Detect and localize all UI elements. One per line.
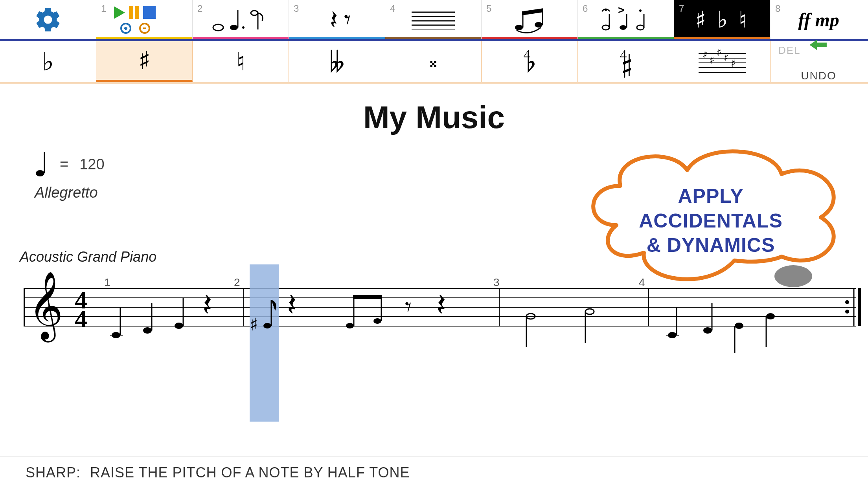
- svg-point-12: [242, 26, 245, 29]
- svg-point-87: [845, 300, 849, 304]
- key-signature-button[interactable]: ♯ ♯ ♯ ♯ ♯: [674, 41, 771, 82]
- undo-button[interactable]: DEL UNDO: [771, 41, 867, 82]
- callout-line3: & DYNAMICS: [569, 233, 852, 258]
- svg-point-85: [766, 313, 775, 319]
- accidentals-icon: ♯ ♭ ♮: [695, 8, 749, 31]
- music-notation: 𝄞 4 4 𝄽 ♯ 𝄽 𝄾 𝄽: [24, 264, 865, 367]
- accidentals-toolbar: ♭ ♯ ♮ 𝄫 𝄪 𝄳 𝄲 ♯ ♯ ♯ ♯ ♯ DEL UNDO: [0, 41, 868, 84]
- settings-button[interactable]: [0, 0, 96, 39]
- tab-number: 7: [679, 3, 684, 14]
- svg-point-55: [143, 327, 152, 334]
- tempo-term: Allegretto: [35, 184, 105, 201]
- tab-number: 8: [775, 3, 780, 14]
- svg-text:♯: ♯: [724, 52, 729, 64]
- svg-point-13: [251, 11, 258, 15]
- tab-rests[interactable]: 3 𝄽 𝄾: [289, 0, 385, 39]
- dynamics-icon: ff mp: [798, 9, 839, 31]
- tab-number: 3: [294, 3, 299, 14]
- half-sharp-icon: 𝄲: [620, 47, 632, 77]
- articulation-icon: >: [596, 6, 655, 33]
- double-sharp-button[interactable]: 𝄪: [385, 41, 482, 82]
- svg-point-45: [36, 170, 44, 176]
- key-signature-icon: ♯ ♯ ♯ ♯ ♯: [699, 48, 746, 75]
- info-bar: SHARP: RAISE THE PITCH OF A NOTE BY HALF…: [0, 457, 868, 488]
- svg-point-57: [175, 323, 183, 329]
- svg-marker-0: [114, 6, 125, 19]
- svg-point-88: [845, 310, 849, 314]
- undo-label: UNDO: [801, 70, 836, 82]
- double-flat-button[interactable]: 𝄫: [289, 41, 385, 82]
- info-term: SHARP:: [26, 464, 81, 481]
- svg-point-20: [515, 25, 523, 30]
- svg-rect-1: [129, 6, 133, 19]
- svg-marker-24: [522, 8, 543, 15]
- staff-icon: [412, 10, 455, 29]
- tab-dynamics[interactable]: 8 ff mp: [771, 0, 867, 39]
- beamed-notes-icon: [508, 6, 551, 33]
- svg-point-31: [639, 9, 642, 12]
- svg-point-32: [637, 25, 644, 30]
- natural-icon: ♮: [236, 47, 245, 76]
- tab-notes[interactable]: 2: [193, 0, 289, 39]
- tab-articulation[interactable]: 6 >: [578, 0, 674, 39]
- svg-point-10: [230, 25, 238, 30]
- info-description: RAISE THE PITCH OF A NOTE BY HALF TONE: [90, 464, 410, 481]
- svg-point-21: [535, 22, 542, 28]
- double-flat-icon: 𝄫: [329, 47, 344, 77]
- staff-lines: 𝄞 4 4 𝄽 ♯ 𝄽 𝄾 𝄽: [24, 288, 856, 335]
- tempo-equals: =: [60, 156, 68, 173]
- playback-controls-icon: [111, 4, 178, 35]
- tempo-block: = 120 Allegretto: [35, 150, 105, 201]
- svg-text:𝄾: 𝄾: [405, 302, 411, 312]
- svg-point-65: [346, 323, 354, 328]
- svg-marker-44: [809, 40, 827, 50]
- svg-text:♯: ♯: [710, 54, 715, 66]
- svg-point-67: [373, 318, 381, 324]
- tab-accidentals[interactable]: 7 ♯ ♭ ♮: [674, 0, 771, 39]
- svg-point-26: [602, 25, 609, 30]
- double-sharp-icon: 𝄪: [430, 53, 437, 71]
- tab-number: 4: [390, 3, 395, 14]
- main-toolbar: 1 2 3 𝄽 𝄾 4: [0, 0, 868, 41]
- tab-playback[interactable]: 1: [96, 0, 193, 39]
- svg-text:♯: ♯: [250, 315, 258, 334]
- svg-point-29: [620, 25, 627, 30]
- tab-number: 6: [583, 3, 588, 14]
- tab-staff[interactable]: 4: [385, 0, 482, 39]
- natural-button[interactable]: ♮: [193, 41, 289, 82]
- svg-rect-69: [353, 295, 382, 299]
- svg-text:𝄽: 𝄽: [289, 295, 296, 314]
- undo-icon: [809, 39, 829, 53]
- note-values-icon: [211, 6, 270, 33]
- svg-point-62: [263, 323, 271, 328]
- svg-text:♯: ♯: [702, 49, 708, 61]
- tab-number: 1: [101, 3, 106, 14]
- svg-rect-3: [143, 6, 156, 19]
- staff[interactable]: 1 2 3 4 𝄞 4 4 𝄽 ♯: [8, 268, 860, 426]
- svg-text:𝄽: 𝄽: [204, 295, 211, 314]
- sharp-icon: ♯: [138, 46, 151, 75]
- svg-text:>: >: [618, 6, 624, 16]
- instrument-label: Acoustic Grand Piano: [20, 249, 156, 265]
- tab-number: 5: [486, 3, 491, 14]
- half-sharp-button[interactable]: 𝄲: [578, 41, 674, 82]
- svg-rect-2: [135, 6, 139, 19]
- gear-icon: [34, 6, 62, 34]
- svg-point-75: [585, 309, 594, 314]
- svg-text:𝄞: 𝄞: [28, 272, 63, 343]
- tab-number: 2: [197, 3, 202, 14]
- svg-point-83: [735, 323, 743, 329]
- callout-line2: ACCIDENTALS: [569, 209, 852, 233]
- svg-text:♯: ♯: [717, 48, 722, 58]
- tab-ties[interactable]: 5: [482, 0, 578, 39]
- svg-point-81: [703, 327, 712, 334]
- svg-text:♯: ♯: [731, 57, 736, 69]
- sharp-button[interactable]: ♯: [96, 41, 193, 82]
- half-flat-icon: 𝄳: [524, 47, 536, 77]
- score-title: My Music: [0, 99, 868, 136]
- flat-button[interactable]: ♭: [0, 41, 96, 82]
- score-canvas[interactable]: My Music = 120 Allegretto Acoustic Grand…: [0, 99, 868, 472]
- flat-icon: ♭: [42, 47, 54, 76]
- quarter-note-icon: [35, 150, 49, 178]
- half-flat-button[interactable]: 𝄳: [482, 41, 578, 82]
